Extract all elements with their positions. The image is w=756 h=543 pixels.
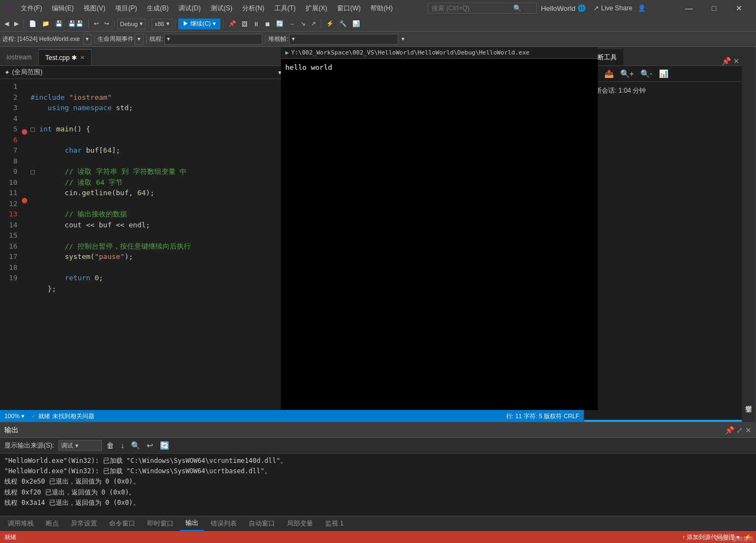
menu-test[interactable]: 测试(S)	[206, 3, 237, 14]
toolbar-step-over[interactable]: →	[287, 20, 297, 28]
bottom-tab-exceptions[interactable]: 异常设置	[65, 517, 103, 530]
toolbar-open[interactable]: 📁	[40, 19, 52, 28]
menu-analyze[interactable]: 分析(N)	[238, 3, 269, 14]
menu-debug[interactable]: 调试(D)	[174, 3, 205, 14]
toolbar-pause[interactable]: ⏸	[251, 20, 261, 28]
menu-view[interactable]: 视图(V)	[79, 3, 110, 14]
output-panel: 输出 📌 ⤢ ✕ 显示输出来源(S): 调试 ▾ 🗑 ↓ 🔍 ↩ 🔄 "Hell…	[0, 422, 756, 531]
toolbar-step-in[interactable]: ↘	[298, 19, 308, 28]
menu-file[interactable]: 文件(F)	[16, 3, 46, 14]
toolbar-undo[interactable]: ↩	[92, 19, 101, 28]
thread-dropdown[interactable]: ▾	[164, 34, 262, 45]
menu-build[interactable]: 生成(B)	[142, 3, 173, 14]
lifecycle-arrow: ▾	[137, 35, 141, 43]
zoom-level: 100% ▾	[4, 413, 25, 420]
toolbar-back[interactable]: ◀	[2, 19, 11, 28]
toolbar-cpu[interactable]: 📊	[350, 19, 362, 28]
debug-mode-label: Debug	[120, 21, 137, 27]
diag-zoom-out[interactable]: 🔍-	[638, 68, 655, 79]
diag-export[interactable]: 📤	[602, 68, 616, 79]
lifecycle-dropdown[interactable]: ▾	[135, 34, 143, 45]
breakpoint-gutter	[22, 79, 26, 410]
diagnostics-close[interactable]: ✕	[733, 57, 740, 65]
diag-chart[interactable]: 📊	[657, 68, 670, 79]
process-dropdown[interactable]: ▾	[83, 34, 92, 45]
diagnostics-tab-actions: 📌 ✕	[719, 57, 742, 65]
output-sync[interactable]: 🔄	[158, 440, 171, 451]
toolbar-redo[interactable]: ↪	[102, 19, 111, 28]
stack-dropdown[interactable]: ▾	[289, 34, 398, 45]
diag-zoom-in[interactable]: 🔍+	[618, 68, 636, 79]
output-filter[interactable]: 🔍	[129, 440, 142, 451]
toolbar-saveall[interactable]: 💾💾	[66, 19, 86, 28]
scope-left-dropdown[interactable]: ✦ (全局范围) ▾	[0, 66, 286, 79]
menu-edit[interactable]: 编辑(E)	[47, 3, 78, 14]
live-share-icon: ↗	[593, 4, 599, 12]
bottom-tab-breakpoints[interactable]: 断点	[40, 517, 64, 530]
toolbar-restart[interactable]: 🔄	[274, 19, 286, 28]
output-content: "HelloWorld.exe"(Win32): 已加载 "C:\Windows…	[0, 454, 756, 516]
profile-icon[interactable]: 👤	[638, 4, 646, 12]
toolbar-save[interactable]: 💾	[53, 19, 65, 28]
menu-extensions[interactable]: 扩展(X)	[301, 3, 332, 14]
stack-arrow: ▾	[292, 35, 295, 43]
output-panel-title: 输出	[4, 425, 19, 435]
toolbar-perf[interactable]: ⚡	[324, 19, 336, 28]
close-button[interactable]: ✕	[727, 0, 752, 16]
output-wrap[interactable]: ↩	[145, 440, 155, 451]
maximize-button[interactable]: □	[701, 0, 727, 16]
bottom-tab-output[interactable]: 输出	[180, 516, 204, 531]
scope-left-label: (全局范围)	[12, 68, 43, 77]
toolbar-forward[interactable]: ▶	[12, 19, 21, 28]
search-input[interactable]	[431, 4, 513, 12]
arch-dropdown[interactable]: x86 ▾	[152, 19, 172, 29]
tab-iostream-label: iostream	[7, 53, 32, 61]
continue-button[interactable]: ▶ 继续(C) ▾	[178, 19, 220, 29]
tab-iostream[interactable]: iostream	[0, 49, 39, 65]
bottom-tab-callstack[interactable]: 调用堆栈	[2, 517, 39, 530]
toolbar-new[interactable]: 📄	[27, 19, 39, 28]
diagnostics-pin[interactable]: 📌	[722, 57, 731, 65]
debug-more[interactable]: ▾	[401, 35, 405, 43]
bottom-tab-auto[interactable]: 自动窗口	[243, 517, 280, 530]
console-title-bar: ▶ Y:\002_WorkSpace\002_VS\HelloWorld\Hel…	[281, 47, 598, 59]
output-float[interactable]: ⤢	[736, 426, 743, 435]
bottom-tab-watch[interactable]: 监视 1	[320, 517, 349, 530]
toolbar-mem[interactable]: 🔧	[337, 19, 349, 28]
bottom-tab-locals[interactable]: 局部变量	[281, 517, 319, 530]
bottom-tab-immediate[interactable]: 即时窗口	[142, 517, 179, 530]
output-source-label: 调试	[61, 442, 73, 450]
live-share-label: Live Share	[601, 4, 632, 12]
console-body[interactable]: hello world	[281, 59, 598, 76]
output-tab-actions: 📌 ⤢ ✕	[725, 426, 752, 435]
debug-sep3	[265, 35, 266, 44]
menu-project[interactable]: 项目(P)	[111, 3, 141, 14]
live-share-button[interactable]: ↗ Live Share	[590, 3, 635, 13]
menu-help[interactable]: 帮助(H)	[366, 3, 397, 14]
diagnostics-panel: 诊断工具 📌 ✕ ⚙ 📤 🔍+ 🔍- 📊 诊断会话: 1:04 分钟	[584, 47, 742, 422]
output-clear[interactable]: 🗑	[104, 440, 116, 451]
tab-testcpp-close[interactable]: ✕	[80, 55, 85, 61]
console-path: Y:\002_WorkSpace\002_VS\HelloWorld\Hello…	[291, 49, 530, 56]
title-bar: ⬡ 文件(F) 编辑(E) 视图(V) 项目(P) 生成(B) 调试(D) 测试…	[0, 0, 756, 16]
toolbar-debug1[interactable]: 📌	[226, 19, 238, 28]
toolbar-stop[interactable]: ⏹	[262, 20, 273, 28]
bottom-tab-command[interactable]: 命令窗口	[104, 517, 141, 530]
toolbar-step-out[interactable]: ↗	[309, 19, 318, 28]
output-scroll[interactable]: ↓	[118, 440, 127, 451]
output-source-dropdown[interactable]: 调试 ▾	[58, 440, 102, 451]
menu-tools[interactable]: 工具(T)	[270, 3, 300, 14]
menu-window[interactable]: 窗口(W)	[333, 3, 365, 14]
output-pin[interactable]: 📌	[725, 426, 734, 435]
output-source-text: 显示输出来源(S):	[4, 441, 54, 450]
diagnostics-tab-bar: 诊断工具 📌 ✕	[584, 47, 742, 66]
output-close[interactable]: ✕	[745, 426, 752, 435]
tab-testcpp[interactable]: Test.cpp ✱ ✕	[39, 49, 92, 65]
search-bar[interactable]: 🔍	[428, 3, 537, 14]
thread-arrow: ▾	[167, 35, 170, 43]
toolbar-debug2[interactable]: 🖼	[239, 20, 250, 28]
bottom-tab-errors[interactable]: 错误列表	[205, 517, 242, 530]
vertical-side-tab[interactable]: 诊断工具	[742, 47, 756, 422]
minimize-button[interactable]: —	[676, 0, 701, 16]
debug-mode-dropdown[interactable]: Debug ▾	[117, 19, 146, 29]
